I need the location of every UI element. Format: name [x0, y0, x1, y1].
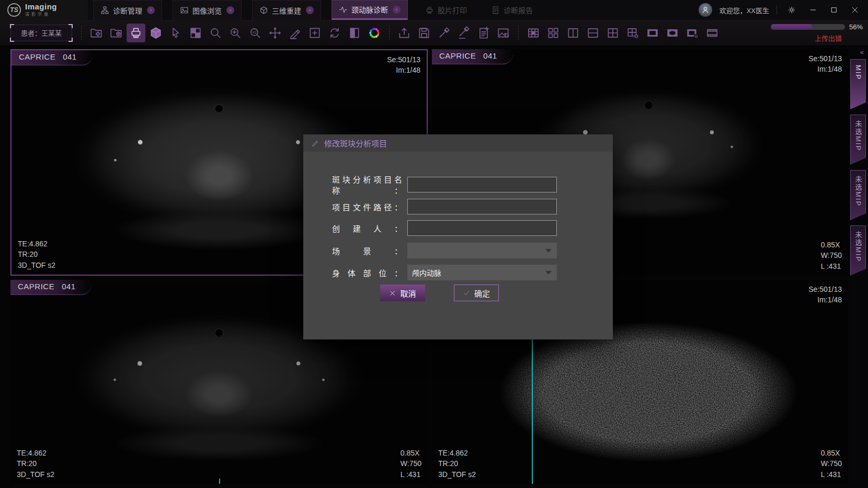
tool-cube[interactable] — [146, 24, 165, 42]
gear-icon — [787, 6, 796, 14]
tool-window-level[interactable] — [345, 24, 364, 42]
patient-selector[interactable]: 患者：王某某 — [10, 25, 72, 41]
dialog-header[interactable]: 修改斑块分析项目 — [303, 134, 613, 152]
tool-folder-plus[interactable] — [107, 24, 125, 42]
series-value: Se:501/13 — [387, 54, 420, 65]
cancel-button[interactable]: 取消 — [380, 285, 425, 301]
confirm-label: 确定 — [474, 288, 490, 299]
scene-select[interactable] — [407, 243, 557, 258]
tool-zoom-in[interactable] — [226, 24, 245, 42]
tab-3d-reconstruction[interactable]: 三维重建 — [252, 0, 321, 20]
field-project-path: 项目文件路径： — [332, 199, 557, 214]
tool-rect-remove[interactable] — [683, 24, 702, 42]
tool-image-export[interactable] — [494, 24, 513, 42]
tool-rect-solid[interactable] — [643, 24, 662, 42]
close-tab-icon[interactable] — [147, 6, 155, 14]
tool-export[interactable] — [395, 24, 414, 42]
rail-tabs: MIP未选MIP未选MIP未选MIP — [850, 59, 868, 281]
tab-label: 三维重建 — [272, 5, 301, 16]
chevron-down-icon — [545, 249, 552, 253]
tool-pointer[interactable] — [166, 24, 185, 42]
logo-name: Imaging — [25, 3, 57, 12]
waveform-icon — [339, 5, 348, 14]
close-tab-icon[interactable] — [306, 6, 314, 14]
tool-save[interactable] — [415, 24, 433, 42]
tab-diagnosis-management[interactable]: 诊断管理 — [93, 0, 162, 20]
creator-input[interactable] — [407, 220, 557, 236]
minimize-button[interactable] — [806, 3, 820, 17]
tab-label: 图像浏览 — [192, 5, 222, 16]
close-tab-icon[interactable] — [226, 6, 234, 14]
tool-report-new[interactable] — [474, 24, 493, 42]
toolbar-divider — [389, 26, 390, 40]
rail-tab-unselected-mip-1[interactable]: 未选MIP — [850, 115, 866, 165]
tool-pan[interactable] — [266, 24, 284, 42]
tool-rows-2[interactable] — [584, 24, 602, 42]
tool-print[interactable] — [127, 24, 145, 42]
field-label: 创建人： — [332, 223, 402, 234]
rail-collapse-button[interactable]: « — [860, 48, 864, 56]
tab-carotid-diagnosis[interactable]: 颈动脉诊断 — [332, 0, 408, 20]
sequence-value: 3D_TOF s2 — [438, 469, 476, 480]
app-window: TS Imaging 清影华康 诊断管理 图像浏览 三维重建 — [0, 0, 868, 488]
series-tab[interactable]: CAPRICE041 — [12, 50, 93, 65]
upload-status: 56% 上传出错 — [771, 23, 863, 43]
window-value: W:750 — [821, 458, 842, 469]
tool-quad-small[interactable] — [544, 24, 563, 42]
corner-bracket — [68, 38, 73, 42]
overlay-window-info: 0.85X W:750 L :431 — [821, 240, 842, 271]
upload-error-text: 上传出错 — [815, 33, 842, 43]
tool-rotate[interactable] — [325, 24, 344, 42]
tab-image-browse[interactable]: 图像浏览 — [173, 0, 242, 20]
zoom-value: 0.85X — [821, 240, 842, 250]
edit-plaque-project-dialog: 修改斑块分析项目 斑块分析项目名称： 项目文件路径： 创建人： — [303, 134, 613, 339]
project-path-input[interactable] — [407, 199, 557, 214]
tool-grid-9[interactable] — [524, 24, 543, 42]
logo-subtitle: 清影华康 — [25, 13, 57, 17]
tool-probe-line[interactable] — [454, 24, 473, 42]
dialog-title: 修改斑块分析项目 — [324, 138, 387, 149]
close-window-button[interactable] — [848, 3, 862, 17]
project-name-input[interactable] — [407, 177, 557, 192]
close-tab-icon[interactable] — [393, 6, 401, 14]
tool-tiles[interactable] — [186, 24, 205, 42]
tool-zoom-2x[interactable]: x2 — [246, 24, 265, 42]
tool-magnify[interactable] — [206, 24, 225, 42]
cube-icon — [259, 6, 268, 15]
rail-tab-unselected-mip-3[interactable]: 未选MIP — [850, 225, 866, 276]
org-chart-icon — [100, 6, 109, 15]
user-avatar[interactable] — [699, 3, 712, 17]
overlay-acquisition-info: TE:4.862 TR:20 3D_TOF s2 — [18, 239, 55, 270]
sequence-value: 3D_TOF s2 — [18, 260, 55, 270]
maximize-button[interactable] — [827, 3, 841, 17]
close-icon — [851, 6, 859, 14]
tool-measure[interactable] — [285, 24, 304, 42]
te-value: TE:4.862 — [17, 448, 54, 458]
tool-cols-2[interactable] — [564, 24, 583, 42]
tool-probe[interactable] — [435, 24, 453, 42]
tool-film[interactable] — [703, 24, 722, 42]
tool-annotate-add[interactable] — [305, 24, 324, 42]
tool-grid-4[interactable] — [603, 24, 622, 42]
series-tab[interactable]: CAPRICE041 — [10, 280, 92, 295]
confirm-button[interactable]: 确定 — [454, 285, 499, 301]
tool-grid-close[interactable] — [623, 24, 642, 42]
tab-label: 诊断报告 — [504, 5, 533, 15]
body-part-select[interactable]: 颅内动脉 — [407, 265, 557, 280]
series-tab[interactable]: CAPRICE041 — [432, 49, 513, 64]
tr-value: TR:20 — [17, 458, 54, 469]
tool-folder-gear[interactable] — [87, 24, 106, 42]
tool-ellipse-solid[interactable] — [663, 24, 682, 42]
field-label: 斑块分析项目名称： — [332, 174, 402, 196]
settings-button[interactable] — [784, 3, 799, 17]
rail-tab-mip[interactable]: MIP — [850, 59, 866, 109]
overlay-acquisition-info: TE:4.862 TR:20 3D_TOF s2 — [438, 448, 476, 480]
field-label: 身体部位： — [332, 267, 402, 278]
rail-tab-unselected-mip-2[interactable]: 未选MIP — [850, 170, 866, 220]
field-project-name: 斑块分析项目名称： — [332, 177, 557, 192]
tool-palette[interactable] — [365, 24, 384, 42]
window-value: W:750 — [821, 250, 842, 260]
tab-label: 诊断管理 — [113, 5, 142, 16]
cancel-x-icon — [389, 290, 396, 297]
upload-progress-bar — [771, 24, 845, 30]
